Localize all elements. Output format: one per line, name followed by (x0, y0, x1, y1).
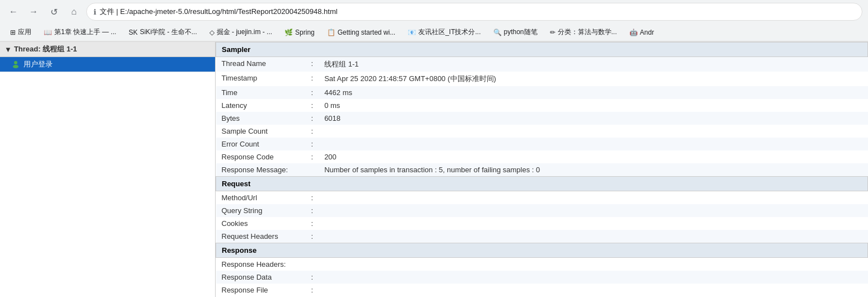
row-label: Error Count (216, 138, 306, 150)
bookmark-label-juejin: 掘金 - juejin.im - ... (217, 27, 272, 37)
bookmark-item-python[interactable]: 🔍python随笔 (489, 26, 542, 38)
bookmark-item-getting-started[interactable]: 📋Getting started wi... (323, 27, 400, 37)
row-label: Response Code (216, 150, 306, 163)
home-button[interactable]: ⌂ (66, 4, 82, 20)
bookmark-item-android[interactable]: 🤖Andr (625, 27, 659, 37)
detail-row: Response File: (216, 284, 868, 296)
bookmark-item-classify[interactable]: ✏分类：算法与数学... (545, 26, 622, 38)
row-colon: : (306, 99, 319, 112)
detail-row: Query String: (216, 204, 868, 217)
row-value (319, 138, 867, 150)
row-colon: : (306, 271, 319, 284)
back-button[interactable]: ← (6, 4, 21, 20)
bookmark-item-spring[interactable]: 🌿Spring (280, 27, 319, 37)
detail-row: Request Headers: (216, 230, 868, 243)
bookmark-icon-getting-started: 📋 (327, 29, 335, 36)
row-colon: : (306, 284, 319, 296)
row-value (319, 271, 867, 284)
bookmark-item-youxun[interactable]: 📧友讯社区_IT技术分... (403, 26, 485, 38)
row-label: Method/Url (216, 191, 306, 205)
row-colon: : (306, 191, 319, 205)
bookmark-label-apps: 应用 (18, 27, 31, 37)
row-value: 200 (319, 150, 867, 163)
detail-row: Response Message:Number of samples in tr… (216, 163, 868, 177)
nav-bar: ← → ↺ ⌂ ℹ 文件 | E:/apache-jmeter-5.0/resu… (0, 0, 868, 23)
bookmarks-bar: ⊞应用📖第1章 快速上手 — ...SKSiKi学院 - 生命不...◇掘金 -… (0, 23, 868, 41)
detail-row: Thread Name:线程组 1-1 (216, 57, 868, 72)
bookmark-icon-siki: SK (129, 29, 138, 36)
row-colon (306, 163, 319, 177)
row-label: Thread Name (216, 57, 306, 72)
section-header-response: Response (216, 243, 868, 258)
detail-row: Timestamp:Sat Apr 25 2020 21:48:57 GMT+0… (216, 72, 868, 86)
row-colon (306, 258, 319, 271)
detail-row: Response Headers: (216, 258, 868, 271)
row-value (319, 258, 867, 271)
tree-group-label: Thread: 线程组 1-1 (14, 44, 77, 54)
row-value: Sat Apr 25 2020 21:48:57 GMT+0800 (中国标准时… (319, 72, 867, 86)
row-label: Response File (216, 284, 306, 296)
detail-row: Bytes:6018 (216, 112, 868, 125)
section-header-request: Request (216, 177, 868, 191)
address-bar[interactable]: ℹ 文件 | E:/apache-jmeter-5.0/resultLog/ht… (86, 3, 862, 21)
bookmark-icon-spring: 🌿 (284, 29, 293, 36)
reload-button[interactable]: ↺ (46, 4, 62, 20)
row-colon: : (306, 217, 319, 230)
row-colon: : (306, 125, 319, 138)
sidebar: ▼ Thread: 线程组 1-1 用户登录 (0, 42, 216, 297)
row-value: 6018 (319, 112, 867, 125)
address-text: 文件 | E:/apache-jmeter-5.0/resultLog/html… (100, 7, 855, 17)
detail-row: Response Data: (216, 271, 868, 284)
tree-item-icon-user-login (11, 60, 20, 69)
bookmark-label-getting-started: Getting started wi... (338, 29, 395, 36)
row-colon: : (306, 112, 319, 125)
row-value (319, 125, 867, 138)
bookmark-icon-apps: ⊞ (10, 29, 16, 36)
bookmark-icon-python: 🔍 (493, 29, 502, 36)
row-label: Time (216, 86, 306, 99)
detail-row: Error Count: (216, 138, 868, 150)
tree-group-header: ▼ Thread: 线程组 1-1 (0, 42, 215, 57)
row-value: 4462 ms (319, 86, 867, 99)
row-label: Sample Count (216, 125, 306, 138)
row-colon: : (306, 86, 319, 99)
row-label: Bytes (216, 112, 306, 125)
row-value (319, 217, 867, 230)
bookmark-label-chapter1: 第1章 快速上手 — ... (54, 27, 116, 37)
detail-row: Method/Url: (216, 191, 868, 205)
bookmark-icon-classify: ✏ (550, 29, 556, 36)
bookmark-item-juejin[interactable]: ◇掘金 - juejin.im - ... (205, 26, 277, 38)
detail-row: Cookies: (216, 217, 868, 230)
tree-expand-icon: ▼ (4, 45, 12, 54)
row-colon: : (306, 150, 319, 163)
row-value (319, 284, 867, 296)
row-value (319, 230, 867, 243)
row-label: Cookies (216, 217, 306, 230)
content-area: ▼ Thread: 线程组 1-1 用户登录 SamplerThread Nam… (0, 42, 868, 297)
browser-chrome: ← → ↺ ⌂ ℹ 文件 | E:/apache-jmeter-5.0/resu… (0, 0, 868, 42)
row-label: Request Headers (216, 230, 306, 243)
row-value: Number of samples in transaction : 5, nu… (319, 163, 867, 177)
row-label: Response Headers: (216, 258, 306, 271)
forward-button[interactable]: → (26, 4, 41, 20)
bookmark-item-chapter1[interactable]: 📖第1章 快速上手 — ... (39, 26, 121, 38)
info-icon: ℹ (94, 8, 96, 16)
detail-panel: SamplerThread Name:线程组 1-1Timestamp:Sat … (216, 42, 868, 297)
row-colon: : (306, 57, 319, 72)
row-value (319, 204, 867, 217)
row-colon: : (306, 230, 319, 243)
tree-item-label-user-login: 用户登录 (24, 59, 53, 69)
row-label: Response Data (216, 271, 306, 284)
bookmark-label-spring: Spring (295, 29, 315, 36)
bookmark-label-siki: SiKi学院 - 生命不... (140, 27, 197, 37)
bookmark-item-apps[interactable]: ⊞应用 (6, 26, 36, 38)
bookmark-item-siki[interactable]: SKSiKi学院 - 生命不... (124, 26, 202, 38)
bookmark-label-youxun: 友讯社区_IT技术分... (418, 27, 480, 37)
row-colon: : (306, 204, 319, 217)
tree-item-user-login[interactable]: 用户登录 (0, 57, 215, 72)
bookmark-label-python: python随笔 (504, 27, 538, 37)
detail-table: SamplerThread Name:线程组 1-1Timestamp:Sat … (216, 42, 868, 296)
row-label: Query String (216, 204, 306, 217)
bookmark-icon-youxun: 📧 (408, 29, 416, 36)
row-value: 线程组 1-1 (319, 57, 867, 72)
